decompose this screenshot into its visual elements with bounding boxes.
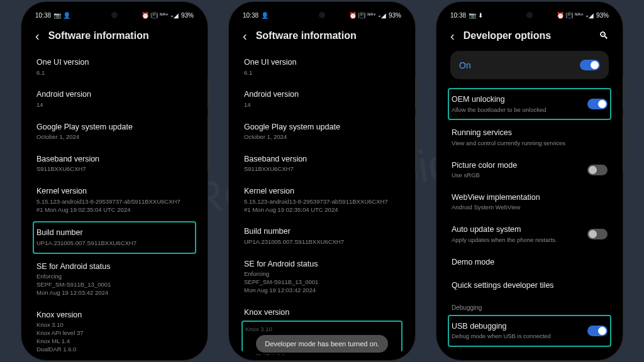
sw-item-3[interactable]: Baseband versionS911BXXU6CXH7 [243,148,401,180]
page-title: Software information [256,30,401,41]
header: ‹ Software information [26,21,203,51]
item-sub: UP1A.231005.007.S911BXXU6CXH7 [36,239,192,248]
item-title: Kernel version [244,186,400,197]
sw-item-4[interactable]: Kernel version5.15.123-android13-8-29539… [35,180,194,220]
toggle[interactable] [587,99,608,109]
item-sub: 6.1 [36,69,192,77]
status-battery: 93% [181,12,194,19]
toggle[interactable] [587,165,608,175]
item-title: Android version [244,89,400,101]
item-sub: 14 [36,101,192,109]
item-sub: View and control currently running servi… [452,140,608,148]
item-title: Kernel version [36,186,192,197]
back-icon[interactable]: ‹ [450,30,455,42]
sw-item-6[interactable]: SE for Android statusEnforcingSEPF_SM-S9… [35,255,194,304]
sw-item-0[interactable]: One UI version6.1 [35,51,194,83]
dev-item-3[interactable]: WebView implementationAndroid System Web… [450,186,609,218]
back-icon[interactable]: ‹ [243,30,247,42]
item-sub: 6.1 [244,69,400,77]
item-sub: Debug mode when USB is connected [452,332,551,341]
sw-item-7[interactable]: Knox versionKnox 3.10Knox API level 37Kn… [35,304,194,355]
item-title: Auto update system [452,224,557,236]
item-sub: Knox 3.10Knox API level 37Knox ML 1.4Dua… [36,321,192,355]
item-sub: Android System WebView [452,204,608,212]
toast-highlight: Knox 3.10Developer mode has been turned … [242,321,402,355]
master-on-card[interactable]: On [450,51,609,79]
status-battery: 93% [389,12,401,19]
dev-item-2[interactable]: Picture color modeUse sRGB [450,154,609,186]
sw-item-knox[interactable]: Knox versionKnox 3.10Developer mode has … [243,301,401,355]
status-sys-icons: ⏰ 📳 ᴺᴿ⁺ ₊◢ [557,12,594,19]
dev-item-6[interactable]: Quick settings developer tiles [450,274,609,298]
search-icon[interactable]: 🔍︎ [599,30,609,41]
sw-item-3[interactable]: Baseband versionS911BXXU6CXH7 [35,148,194,180]
page-title: Software information [48,30,194,41]
camera-notch [111,12,118,18]
back-icon[interactable]: ‹ [35,30,40,42]
item-sub: Allow the bootloader to be unlocked [452,106,547,114]
item-sub: EnforcingSEPF_SM-S911B_13_0001Mon Aug 19… [244,270,400,294]
dev-item-0[interactable]: OEM unlockingAllow the bootloader to be … [448,88,611,120]
item-title: One UI version [36,57,192,69]
header: ‹ Software information [234,21,410,51]
status-app-icons: 📷 ⬇ [469,12,483,19]
section-debugging: Debugging [450,298,609,314]
item-sub: S911BXXU6CXH7 [244,165,400,173]
dev-item-4[interactable]: Auto update systemApply updates when the… [450,218,609,250]
sw-item-1[interactable]: Android version14 [243,83,401,115]
item-title: Knox version [36,310,192,321]
item-sub: Apply updates when the phone restarts. [452,236,557,244]
toast: Developer mode has been turned on. [256,335,388,353]
page-title: Developer options [464,30,590,41]
toggle[interactable] [587,326,608,336]
item-sub: 5.15.123-android13-8-29539737-abS911BXXU… [36,198,192,214]
status-time: 10:38 [450,12,466,19]
status-app-icons: 📷 👤 [53,12,70,19]
on-label: On [459,60,471,70]
content-list[interactable]: One UI version6.1Android version14Google… [234,51,410,355]
content-list[interactable]: One UI version6.1Android version14Google… [26,51,203,355]
item-title: Baseband version [244,154,400,165]
phone-3: 10:38 📷 ⬇ ⏰ 📳 ᴺᴿ⁺ ₊◢ 93% ‹ Developer opt… [436,2,623,360]
status-app-icons: 👤 [261,12,269,19]
item-title: SE for Android status [244,259,400,270]
item-sub-faded: Knox 3.10 [245,326,399,334]
status-sys-icons: ⏰ 📳 ᴺᴿ⁺ ₊◢ [349,12,386,19]
item-title: Demo mode [452,257,608,268]
dev-item-1[interactable]: Running servicesView and control current… [450,121,609,153]
sw-item-0[interactable]: One UI version6.1 [243,51,401,83]
item-sub: 5.15.123-android13-8-29539737-abS911BXXU… [244,198,400,214]
item-sub: October 1, 2024 [36,133,192,141]
sw-item-4[interactable]: Kernel version5.15.123-android13-8-29539… [243,180,401,220]
sw-item-6[interactable]: SE for Android statusEnforcingSEPF_SM-S9… [243,253,401,301]
camera-notch [319,12,325,18]
phone-2: 10:38 👤 ⏰ 📳 ᴺᴿ⁺ ₊◢ 93% ‹ Software inform… [229,2,415,360]
item-sub: S911BXXU6CXH7 [36,165,192,173]
item-sub: October 1, 2024 [244,133,400,141]
item-sub-faded2: DualDAR 1.6.0HDM 2.0 - 2DD [245,353,399,355]
item-sub: 14 [244,101,400,109]
camera-notch [526,12,533,18]
content-list[interactable]: OnOEM unlockingAllow the bootloader to b… [441,51,618,355]
item-title: OEM unlocking [452,94,547,106]
master-toggle[interactable] [580,60,600,70]
toggle[interactable] [587,229,608,239]
sw-item-2[interactable]: Google Play system updateOctober 1, 2024 [35,116,194,148]
sw-item-2[interactable]: Google Play system updateOctober 1, 2024 [243,116,401,148]
status-time: 10:38 [35,12,51,19]
sw-item-1[interactable]: Android version14 [35,83,194,115]
dev-item-5[interactable]: Demo mode [450,251,609,275]
item-title: Google Play system update [36,122,192,133]
sw-item-5[interactable]: Build numberUP1A.231005.007.S911BXXU6CXH… [33,221,196,253]
item-title: SE for Android status [36,261,192,273]
header: ‹ Developer options 🔍︎ [441,21,618,51]
item-title: Build number [244,226,400,238]
status-sys-icons: ⏰ 📳 ᴺᴿ⁺ ₊◢ [142,12,179,19]
dev-item-usb[interactable]: USB debuggingDebug mode when USB is conn… [448,315,611,347]
item-title: Build number [36,228,192,239]
item-title: Running services [452,128,608,139]
item-title: Baseband version [36,154,192,165]
sw-item-5[interactable]: Build numberUP1A.231005.007.S911BXXU6CXH… [243,220,401,252]
item-title: USB debugging [452,321,551,332]
item-sub: UP1A.231005.007.S911BXXU6CXH7 [244,238,400,246]
